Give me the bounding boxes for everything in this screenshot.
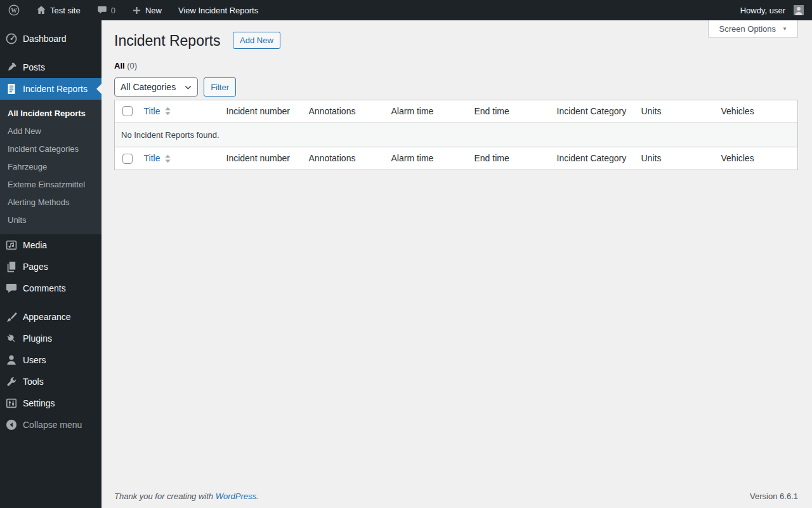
wordpress-logo[interactable]: W — [0, 0, 28, 20]
column-header-annotations: Annotations — [303, 100, 385, 123]
select-all-checkbox-bottom[interactable] — [122, 154, 133, 164]
column-footer-incident-number: Incident number — [220, 147, 303, 170]
sidebar-item-pages[interactable]: Pages — [0, 256, 102, 277]
column-footer-vehicles: Vehicles — [715, 147, 798, 170]
brush-icon — [0, 311, 23, 323]
column-footer-alarm-time: Alarm time — [385, 147, 468, 170]
column-footer-incident-category: Incident Category — [551, 147, 635, 170]
footer-version: Version 6.6.1 — [750, 491, 798, 501]
submenu-all-incident-reports[interactable]: All Incident Reports — [0, 104, 102, 122]
filter-button[interactable]: Filter — [204, 77, 236, 97]
submenu-units[interactable]: Units — [0, 211, 102, 229]
sort-icon — [165, 107, 171, 116]
wordpress-icon: W — [8, 4, 20, 16]
empty-message: No Incident Reports found. — [115, 123, 798, 147]
wordpress-link[interactable]: WordPress — [216, 491, 256, 501]
plugin-icon — [0, 332, 23, 345]
column-header-incident-category: Incident Category — [551, 100, 635, 123]
sidebar: Dashboard Posts — [0, 20, 102, 508]
empty-row: No Incident Reports found. — [115, 123, 798, 147]
plus-icon — [132, 6, 141, 15]
sidebar-item-users[interactable]: Users — [0, 349, 102, 371]
sidebar-menu: Dashboard Posts — [0, 28, 102, 436]
footer: Thank you for creating with WordPress. V… — [114, 491, 798, 501]
avatar — [794, 5, 804, 15]
filter-links: All (0) — [114, 61, 798, 70]
sidebar-item-incident-reports[interactable]: Incident Reports — [0, 78, 102, 100]
pin-icon — [0, 61, 23, 74]
main-content: Screen Options ▼ Incident Reports Add Ne… — [102, 20, 812, 508]
submenu-fahrzeuge[interactable]: Fahrzeuge — [0, 157, 102, 175]
account-menu[interactable]: Howdy, user — [732, 0, 812, 20]
column-header-incident-number: Incident number — [220, 100, 303, 123]
admin-bar: W Test site 0 New View Incident Reports — [0, 0, 812, 20]
collapse-menu-button[interactable]: Collapse menu — [0, 414, 102, 436]
menu-separator — [0, 299, 102, 306]
incident-reports-submenu: All Incident Reports Add New Incident Ca… — [0, 100, 102, 234]
menu-separator — [0, 50, 102, 57]
column-footer-end-time: End time — [468, 147, 551, 170]
home-icon — [36, 5, 46, 15]
media-icon — [0, 239, 23, 251]
sidebar-item-plugins[interactable]: Plugins — [0, 328, 102, 349]
sidebar-item-tools[interactable]: Tools — [0, 371, 102, 392]
sidebar-item-dashboard[interactable]: Dashboard — [0, 28, 102, 50]
screen-options-button[interactable]: Screen Options ▼ — [708, 20, 798, 38]
sidebar-item-media[interactable]: Media — [0, 234, 102, 256]
settings-icon — [0, 397, 23, 410]
chevron-down-icon: ▼ — [782, 26, 787, 32]
sidebar-item-posts[interactable]: Posts — [0, 57, 102, 78]
chevron-down-icon — [185, 84, 192, 91]
dashboard-icon — [0, 32, 23, 45]
footer-thanks: Thank you for creating with WordPress. — [114, 491, 259, 501]
document-icon — [0, 83, 23, 95]
table-header-row: Title Incident number Annotations Alarm … — [115, 100, 798, 123]
sidebar-item-settings[interactable]: Settings — [0, 392, 102, 414]
collapse-icon — [0, 418, 23, 431]
svg-text:W: W — [11, 8, 17, 14]
page-title: Incident Reports — [114, 31, 220, 50]
column-footer-units: Units — [635, 147, 715, 170]
table-footer-row: Title Incident number Annotations Alarm … — [115, 147, 798, 170]
new-content-menu[interactable]: New — [124, 0, 170, 20]
column-header-title: Title — [138, 100, 220, 123]
column-header-end-time: End time — [468, 100, 551, 123]
site-name-menu[interactable]: Test site — [28, 0, 89, 20]
select-all-checkbox[interactable] — [122, 106, 133, 116]
column-header-units: Units — [635, 100, 715, 123]
column-footer-annotations: Annotations — [303, 147, 385, 170]
user-icon — [0, 354, 23, 366]
comments-icon — [0, 282, 23, 295]
column-header-alarm-time: Alarm time — [385, 100, 468, 123]
comments-menu[interactable]: 0 — [89, 0, 124, 20]
submenu-add-new[interactable]: Add New — [0, 122, 102, 140]
sidebar-item-comments[interactable]: Comments — [0, 277, 102, 299]
add-new-button[interactable]: Add New — [233, 32, 280, 49]
categories-select[interactable]: All Categories — [114, 77, 198, 97]
submenu-incident-categories[interactable]: Incident Categories — [0, 140, 102, 157]
filter-all-link[interactable]: All — [114, 61, 125, 70]
column-header-vehicles: Vehicles — [715, 100, 798, 123]
incident-reports-table: Title Incident number Annotations Alarm … — [114, 100, 798, 170]
wrench-icon — [0, 375, 23, 388]
column-footer-title: Title — [138, 147, 220, 170]
sidebar-item-appearance[interactable]: Appearance — [0, 306, 102, 328]
comment-bubble-icon — [97, 5, 107, 15]
sort-icon — [165, 154, 171, 163]
pages-icon — [0, 260, 23, 273]
view-incident-reports-link[interactable]: View Incident Reports — [170, 0, 266, 20]
submenu-alerting-methods[interactable]: Alerting Methods — [0, 193, 102, 211]
submenu-externe-einsatzmittel[interactable]: Externe Einsatzmittel — [0, 175, 102, 193]
